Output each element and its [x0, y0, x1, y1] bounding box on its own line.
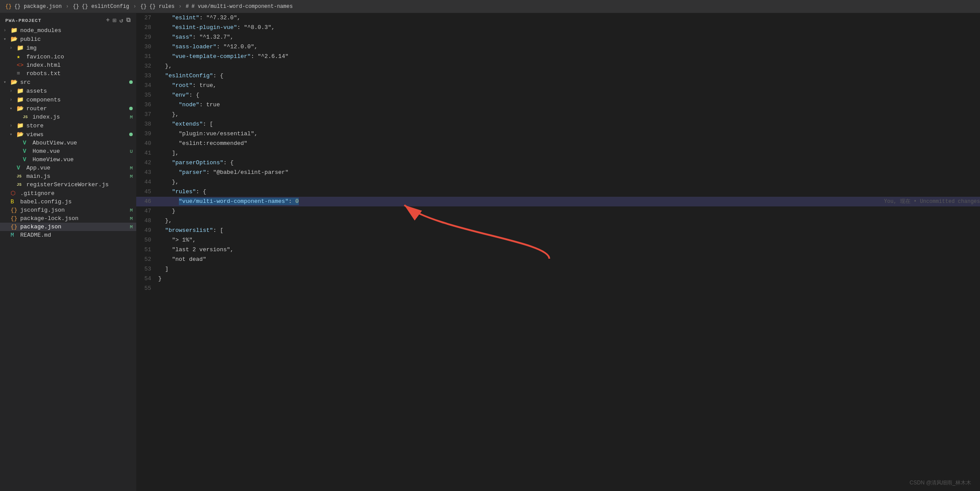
- line-number-49: 49: [136, 226, 158, 235]
- status-badge-main.js: M: [130, 174, 133, 179]
- line-number-51: 51: [136, 245, 158, 255]
- line-row-35: 35 "env": {: [136, 90, 980, 100]
- line-content-38[interactable]: "extends": [: [158, 119, 980, 129]
- line-content-29[interactable]: "sass": "^1.32.7",: [158, 32, 980, 42]
- refresh-icon[interactable]: ↺: [120, 17, 123, 24]
- line-content-31[interactable]: "vue-template-compiler": "^2.6.14": [158, 52, 980, 61]
- collapse-icon[interactable]: ⧉: [126, 17, 131, 24]
- json-icon: {}: [11, 215, 18, 222]
- line-row-29: 29 "sass": "^1.32.7",: [136, 32, 980, 42]
- sidebar-item-main.js[interactable]: JSmain.jsM: [0, 172, 136, 181]
- line-row-34: 34 "root": true,: [136, 81, 980, 90]
- line-number-47: 47: [136, 206, 158, 216]
- line-content-50[interactable]: "> 1%",: [158, 235, 980, 245]
- new-folder-icon[interactable]: ⊞: [113, 17, 116, 24]
- sidebar-item-components[interactable]: 📁components: [0, 95, 136, 104]
- line-content-49[interactable]: "browserslist": [: [158, 226, 980, 235]
- line-content-46[interactable]: "vue/multi-word-component-names": 0: [158, 197, 875, 206]
- sidebar-item-img[interactable]: 📁img: [0, 43, 136, 52]
- line-content-34[interactable]: "root": true,: [158, 81, 980, 90]
- line-content-39[interactable]: "plugin:vue/essential",: [158, 129, 980, 139]
- sidebar-item-favicon.ico[interactable]: ★favicon.ico: [0, 52, 136, 61]
- line-content-45[interactable]: "rules": {: [158, 187, 980, 197]
- sidebar-item-router[interactable]: 📂router: [0, 104, 136, 113]
- vue-icon: V: [23, 148, 31, 155]
- sidebar-header: PWA-PROJECT + ⊞ ↺ ⧉: [0, 13, 136, 26]
- git-icon: ⬡: [11, 190, 18, 197]
- sidebar-label-jsconfig.json: jsconfig.json: [20, 207, 130, 213]
- line-number-46: 46: [136, 197, 158, 206]
- sidebar-label-store: store: [26, 123, 136, 129]
- line-content-41[interactable]: ],: [158, 148, 980, 158]
- sidebar-item-store[interactable]: 📁store: [0, 121, 136, 130]
- sidebar-item-public[interactable]: 📂public: [0, 35, 136, 43]
- line-content-48[interactable]: },: [158, 216, 980, 226]
- line-number-31: 31: [136, 52, 158, 61]
- sidebar-label-package.json: package.json: [20, 224, 130, 230]
- line-content-27[interactable]: "eslint": "^7.32.0",: [158, 13, 980, 23]
- line-content-42[interactable]: "parserOptions": {: [158, 158, 980, 168]
- line-row-51: 51 "last 2 versions",: [136, 245, 980, 255]
- line-content-35[interactable]: "env": {: [158, 90, 980, 100]
- sidebar-label-public: public: [20, 36, 136, 43]
- line-content-30[interactable]: "sass-loader": "^12.0.0",: [158, 42, 980, 52]
- status-dot-views: [129, 133, 133, 136]
- line-number-44: 44: [136, 177, 158, 187]
- breadcrumb-rules[interactable]: {} rules: [149, 4, 175, 10]
- line-content-55[interactable]: [158, 284, 980, 293]
- sidebar-item-package.json[interactable]: {}package.jsonM: [0, 223, 136, 231]
- breadcrumb-rule-name[interactable]: # vue/multi-word-component-names: [192, 4, 293, 10]
- line-content-44[interactable]: },: [158, 177, 980, 187]
- line-content-52[interactable]: "not dead": [158, 255, 980, 264]
- sidebar-label-assets: assets: [26, 88, 136, 94]
- sidebar-tree: 📁node_modules📂public📁img★favicon.ico<>in…: [0, 26, 136, 239]
- readme-icon: M: [11, 232, 18, 238]
- status-badge-package.json: M: [130, 224, 133, 230]
- line-content-40[interactable]: "eslint:recommended": [158, 139, 980, 148]
- breadcrumb-eslintconfig[interactable]: {} eslintConfig: [82, 4, 129, 10]
- line-number-43: 43: [136, 168, 158, 177]
- sidebar-item-HomeView.vue[interactable]: VHomeView.vue: [0, 155, 136, 164]
- sidebar-item-src[interactable]: 📂src: [0, 78, 136, 87]
- line-content-36[interactable]: "node": true: [158, 100, 980, 110]
- sidebar-item-babel.config.js[interactable]: Bbabel.config.js: [0, 198, 136, 206]
- line-row-30: 30 "sass-loader": "^12.0.0",: [136, 42, 980, 52]
- editor-wrapper: 27 "eslint": "^7.32.0",28 "eslint-plugin…: [136, 13, 980, 491]
- line-row-50: 50 "> 1%",: [136, 235, 980, 245]
- title-bar: {} {} package.json › {} {} eslintConfig …: [0, 0, 980, 13]
- sidebar-item-package-lock.json[interactable]: {}package-lock.jsonM: [0, 214, 136, 223]
- tree-arrow-node_modules: [4, 28, 11, 33]
- js-icon: JS: [17, 174, 25, 179]
- line-number-33: 33: [136, 71, 158, 81]
- line-content-54[interactable]: }: [158, 274, 980, 284]
- sidebar-label-components: components: [26, 97, 136, 103]
- line-content-51[interactable]: "last 2 versions",: [158, 245, 980, 255]
- tree-arrow-store: [10, 123, 17, 128]
- line-content-37[interactable]: },: [158, 110, 980, 119]
- line-content-47[interactable]: }: [158, 206, 980, 216]
- line-row-33: 33 "eslintConfig": {: [136, 71, 980, 81]
- breadcrumb-file[interactable]: {} package.json: [14, 4, 62, 10]
- sidebar-item-Home.vue[interactable]: VHome.vueU: [0, 147, 136, 155]
- sidebar-item-robots.txt[interactable]: ≡robots.txt: [0, 69, 136, 78]
- sidebar-item-.gitignore[interactable]: ⬡.gitignore: [0, 189, 136, 198]
- sidebar-item-router-index.js[interactable]: JSindex.jsM: [0, 113, 136, 121]
- sidebar-item-AboutView.vue[interactable]: VAboutView.vue: [0, 139, 136, 147]
- sidebar-item-assets[interactable]: 📁assets: [0, 87, 136, 95]
- sidebar-item-registerServiceWorker.js[interactable]: JSregisterServiceWorker.js: [0, 181, 136, 189]
- line-content-33[interactable]: "eslintConfig": {: [158, 71, 980, 81]
- sidebar-item-jsconfig.json[interactable]: {}jsconfig.jsonM: [0, 206, 136, 214]
- new-file-icon[interactable]: +: [106, 17, 110, 24]
- sidebar-item-App.vue[interactable]: VApp.vueM: [0, 164, 136, 172]
- sidebar-label-favicon.ico: favicon.ico: [26, 54, 136, 60]
- sidebar-item-README.md[interactable]: MREADME.md: [0, 231, 136, 239]
- sidebar-item-index.html[interactable]: <>index.html: [0, 61, 136, 69]
- line-row-55: 55: [136, 284, 980, 293]
- line-content-32[interactable]: },: [158, 61, 980, 71]
- line-content-43[interactable]: "parser": "@babel/eslint-parser": [158, 168, 980, 177]
- line-content-28[interactable]: "eslint-plugin-vue": "^8.0.3",: [158, 23, 980, 32]
- sidebar-item-views[interactable]: 📂views: [0, 130, 136, 139]
- code-canvas[interactable]: 27 "eslint": "^7.32.0",28 "eslint-plugin…: [136, 13, 980, 491]
- line-content-53[interactable]: ]: [158, 264, 980, 274]
- sidebar-item-node_modules[interactable]: 📁node_modules: [0, 26, 136, 35]
